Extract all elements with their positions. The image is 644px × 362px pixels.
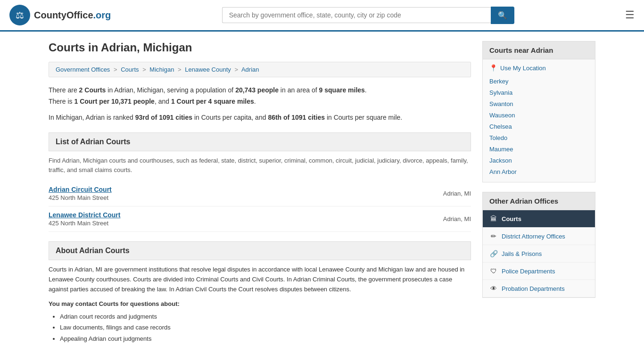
- court-address-0: 425 North Main Street: [49, 194, 112, 201]
- breadcrumb-link-courts[interactable]: Courts: [121, 66, 139, 73]
- jails-link[interactable]: Jails & Prisons: [502, 250, 542, 257]
- menu-button[interactable]: ☰: [625, 9, 635, 21]
- court-link-1[interactable]: Lenawee District Court: [49, 211, 120, 219]
- office-item-probation[interactable]: 👁 Probation Departments: [483, 280, 595, 297]
- stats-block: There are 2 Courts in Adrian, Michigan, …: [49, 85, 471, 107]
- stats-ranking: In Michigan, Adrian is ranked 93rd of 10…: [49, 112, 471, 123]
- breadcrumb-sep-3: >: [178, 66, 182, 73]
- search-area: 🔍: [222, 7, 514, 24]
- stats-line3-mid: in Courts per capita, and: [192, 114, 268, 121]
- about-text: Courts in Adrian, MI are government inst…: [49, 265, 471, 294]
- court-city-1: Adrian, MI: [443, 215, 471, 222]
- other-offices-list: 🏛 Courts ✏ District Attorney Offices 🔗 J…: [483, 210, 595, 297]
- near-link-2[interactable]: Swanton: [489, 100, 513, 107]
- office-item-police[interactable]: 🛡 Police Departments: [483, 263, 595, 280]
- courts-near-list: Berkey Sylvania Swanton Wauseon Chelsea …: [489, 75, 588, 177]
- other-offices-header: Other Adrian Offices: [483, 192, 595, 210]
- stats-line2-pre: There is: [49, 98, 74, 105]
- bullet-item-2: Appealing Adrian court judgments: [60, 333, 471, 344]
- stats-rank1: 93rd of 1091 cities: [135, 114, 192, 121]
- near-link-1[interactable]: Sylvania: [489, 89, 512, 96]
- near-link-3[interactable]: Wauseon: [489, 112, 515, 119]
- office-item-courts[interactable]: 🏛 Courts: [483, 210, 595, 228]
- court-description: Find Adrian, Michigan courts and courtho…: [49, 156, 471, 174]
- list-item: Sylvania: [489, 87, 588, 98]
- list-item: Swanton: [489, 98, 588, 109]
- breadcrumb-sep-2: >: [142, 66, 146, 73]
- court-link-0[interactable]: Adrian Circuit Court: [49, 186, 112, 193]
- da-link[interactable]: District Attorney Offices: [502, 233, 565, 240]
- court-item-0: Adrian Circuit Court 425 North Main Stre…: [49, 181, 471, 206]
- stats-line3-pre: In Michigan, Adrian is ranked: [49, 114, 135, 121]
- court-city-0: Adrian, MI: [443, 190, 471, 197]
- list-item: Toledo: [489, 132, 588, 143]
- stats-line1-mid2: in an area of: [279, 86, 319, 94]
- police-icon: 🛡: [489, 267, 498, 275]
- bullet-item-0: Adrian court records and judgments: [60, 311, 471, 322]
- site-header: ⚖ CountyOffice.org 🔍 ☰: [0, 0, 644, 32]
- list-item: Maumee: [489, 143, 588, 155]
- logo-area: ⚖ CountyOffice.org: [9, 5, 111, 25]
- police-link[interactable]: Police Departments: [502, 268, 555, 275]
- search-input[interactable]: [222, 7, 491, 23]
- near-link-5[interactable]: Toledo: [489, 134, 507, 141]
- logo-icon: ⚖: [9, 5, 30, 25]
- bullet-item-1: Law documents, filings and case records: [60, 322, 471, 333]
- list-item: Chelsea: [489, 121, 588, 132]
- about-header: About Adrian Courts: [49, 241, 471, 260]
- courts-near-box: Courts near Adrian 📍 Use My Location Ber…: [482, 41, 595, 182]
- search-button[interactable]: 🔍: [491, 7, 514, 24]
- use-my-location-text: Use My Location: [500, 65, 546, 72]
- bullet-list: Adrian court records and judgments Law d…: [49, 311, 471, 344]
- breadcrumb-link-adrian[interactable]: Adrian: [241, 66, 259, 73]
- list-item: Berkey: [489, 75, 588, 87]
- office-item-jails[interactable]: 🔗 Jails & Prisons: [483, 245, 595, 263]
- content-area: Courts in Adrian, Michigan Government Of…: [49, 41, 471, 344]
- location-icon: 📍: [489, 64, 497, 72]
- courts-near-header: Courts near Adrian: [483, 41, 595, 59]
- jails-icon: 🔗: [489, 250, 498, 257]
- courts-near-body: 📍 Use My Location Berkey Sylvania Swanto…: [483, 59, 595, 182]
- near-link-0[interactable]: Berkey: [489, 78, 508, 85]
- near-link-6[interactable]: Maumee: [489, 146, 513, 153]
- courts-icon: 🏛: [489, 215, 498, 222]
- office-item-da[interactable]: ✏ District Attorney Offices: [483, 228, 595, 245]
- breadcrumb-sep-4: >: [234, 66, 238, 73]
- near-link-7[interactable]: Jackson: [489, 157, 512, 164]
- list-item: Wauseon: [489, 109, 588, 121]
- probation-icon: 👁: [489, 285, 498, 292]
- list-item: Jackson: [489, 155, 588, 166]
- near-link-4[interactable]: Chelsea: [489, 123, 512, 130]
- use-my-location-link[interactable]: 📍 Use My Location: [489, 64, 588, 72]
- other-offices-box: Other Adrian Offices 🏛 Courts ✏ District…: [482, 192, 595, 298]
- breadcrumb: Government Offices > Courts > Michigan >…: [49, 62, 471, 77]
- breadcrumb-link-michigan[interactable]: Michigan: [149, 66, 174, 73]
- stats-line1-end: .: [365, 86, 367, 94]
- court-list-header: List of Adrian Courts: [49, 132, 471, 151]
- stats-line2-end: .: [254, 98, 256, 105]
- court-address-1: 425 North Main Street: [49, 220, 120, 227]
- hamburger-icon: ☰: [625, 9, 635, 21]
- courts-label: Courts: [502, 215, 521, 222]
- stats-population: 20,743 people: [235, 86, 279, 94]
- probation-link[interactable]: Probation Departments: [502, 285, 565, 292]
- logo-text: CountyOffice.org: [34, 10, 111, 21]
- page-title: Courts in Adrian, Michigan: [49, 41, 471, 54]
- breadcrumb-link-lenawee[interactable]: Lenawee County: [185, 66, 231, 73]
- stats-area: 9 square miles: [319, 86, 365, 94]
- stats-per-capita: 1 Court per 10,371 people: [74, 98, 154, 105]
- main-container: Courts in Adrian, Michigan Government Of…: [39, 32, 605, 354]
- breadcrumb-link-gov[interactable]: Government Offices: [56, 66, 110, 73]
- near-link-8[interactable]: Ann Arbor: [489, 168, 517, 175]
- stats-line1-mid: in Adrian, Michigan, serving a populatio…: [106, 86, 235, 94]
- stats-line2-mid: , and: [155, 98, 171, 105]
- stats-per-mile: 1 Court per 4 square miles: [171, 98, 254, 105]
- stats-count: 2 Courts: [79, 86, 106, 94]
- court-item-1: Lenawee District Court 425 North Main St…: [49, 206, 471, 232]
- stats-line1-pre: There are: [49, 86, 79, 94]
- sidebar: Courts near Adrian 📍 Use My Location Ber…: [482, 41, 595, 344]
- stats-rank2: 86th of 1091 cities: [268, 114, 325, 121]
- da-icon: ✏: [489, 232, 498, 240]
- breadcrumb-sep-1: >: [114, 66, 117, 73]
- stats-line3-end: in Courts per square mile.: [325, 114, 402, 121]
